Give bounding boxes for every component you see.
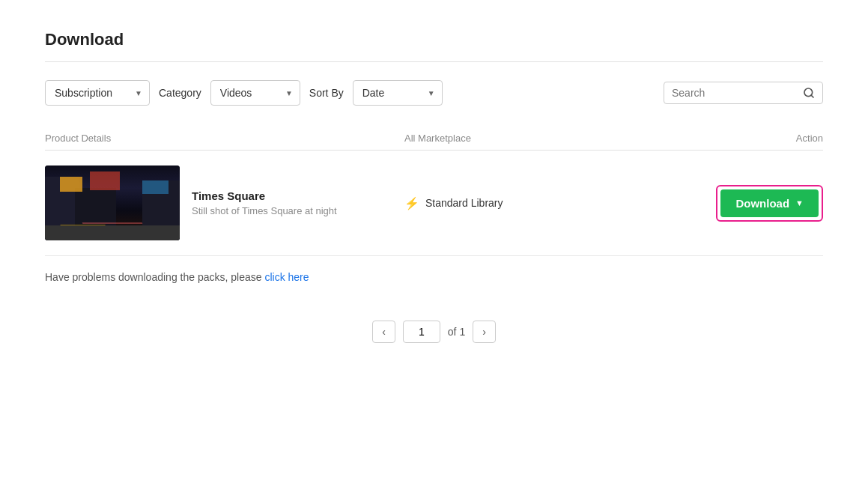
table-row: Times Square Still shot of Times Square … <box>45 151 823 256</box>
help-text: Have problems downloading the packs, ple… <box>45 271 823 283</box>
download-button[interactable]: Download ▼ <box>720 189 819 217</box>
product-description: Still shot of Times Square at night <box>192 205 337 216</box>
page-total: of 1 <box>448 326 465 338</box>
filters-row: Subscription ▼ Category VideosImagesAudi… <box>45 80 823 106</box>
svg-line-1 <box>811 95 813 97</box>
col-header-product: Product Details <box>45 133 404 144</box>
download-chevron-icon: ▼ <box>795 198 804 207</box>
sortby-select[interactable]: DateNameSize <box>353 80 443 106</box>
search-icon <box>803 87 815 99</box>
crowd-decoration <box>45 225 180 240</box>
product-name: Times Square <box>192 189 337 202</box>
title-divider <box>45 61 823 62</box>
marketplace-name: Standard Library <box>425 197 503 209</box>
page-title: Download <box>45 30 823 49</box>
search-input[interactable] <box>672 87 803 99</box>
category-filter[interactable]: VideosImagesAudio ▼ <box>210 80 300 106</box>
search-box[interactable] <box>664 82 823 104</box>
product-info: Times Square Still shot of Times Square … <box>192 189 337 216</box>
download-label: Download <box>735 197 789 210</box>
col-header-action: Action <box>673 133 823 144</box>
billboard-decoration <box>142 180 169 194</box>
subscription-filter[interactable]: Subscription ▼ <box>45 80 150 106</box>
marketplace-cell: ⚡ Standard Library <box>404 196 673 210</box>
light-decoration <box>82 222 143 224</box>
sortby-filter[interactable]: DateNameSize ▼ <box>353 80 443 106</box>
product-thumbnail <box>45 166 180 240</box>
col-header-marketplace: All Marketplace <box>404 133 673 144</box>
billboard-decoration <box>60 177 82 192</box>
search-button[interactable] <box>803 87 815 99</box>
download-btn-highlight: Download ▼ <box>716 185 823 222</box>
category-select[interactable]: VideosImagesAudio <box>210 80 300 106</box>
product-details-cell: Times Square Still shot of Times Square … <box>45 166 404 240</box>
page-number-input[interactable] <box>403 321 440 343</box>
help-text-static: Have problems downloading the packs, ple… <box>45 271 264 283</box>
billboard-decoration <box>90 171 120 190</box>
pagination: ‹ of 1 › <box>45 321 823 343</box>
action-cell: Download ▼ <box>673 185 823 222</box>
category-label: Category <box>159 87 201 99</box>
subscription-select[interactable]: Subscription <box>45 80 150 106</box>
table-header: Product Details All Marketplace Action <box>45 127 823 151</box>
click-here-link[interactable]: click here <box>264 271 309 283</box>
lightning-icon: ⚡ <box>404 196 419 210</box>
sortby-label: Sort By <box>309 87 344 99</box>
prev-page-button[interactable]: ‹ <box>372 321 395 343</box>
next-page-button[interactable]: › <box>473 321 496 343</box>
